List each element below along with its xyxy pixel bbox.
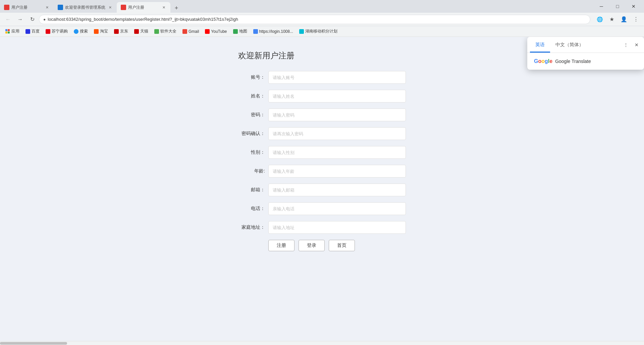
apps-icon <box>5 29 10 34</box>
tab-2-close[interactable]: ✕ <box>107 5 113 10</box>
age-input[interactable] <box>268 165 406 178</box>
tab-2[interactable]: 欢迎登录图书管理系统 ✕ <box>54 2 117 13</box>
hunan-icon <box>299 29 304 34</box>
browser-frame: 用户注册 ✕ 欢迎登录图书管理系统 ✕ 用户注册 ✕ + ─ □ ✕ <box>0 0 644 345</box>
account-input[interactable] <box>268 71 406 84</box>
name-input[interactable] <box>268 90 406 102</box>
close-button[interactable]: ✕ <box>626 1 641 12</box>
star-icon[interactable]: ★ <box>606 14 617 25</box>
minimize-button[interactable]: ─ <box>594 1 609 12</box>
register-button[interactable]: 注册 <box>268 240 294 251</box>
taobao-icon <box>94 29 99 34</box>
password-input[interactable] <box>268 109 406 121</box>
bookmark-gmail[interactable]: Gmail <box>180 28 202 35</box>
translate-header: 英语 中文（简体） ⋮ ✕ <box>527 37 644 53</box>
translate-body: Google Google Translate <box>527 53 644 70</box>
title-bar: 用户注册 ✕ 欢迎登录图书管理系统 ✕ 用户注册 ✕ + ─ □ ✕ <box>0 0 644 13</box>
form-container: 欢迎新用户注册 账号： 姓名： 密码： 密码确认 <box>0 37 644 265</box>
new-tab-button[interactable]: + <box>172 3 181 13</box>
back-button[interactable]: ← <box>3 14 13 25</box>
address-bar[interactable]: ● localhost:63342/spring_boot/demo/templ… <box>39 15 590 24</box>
translate-popup: 英语 中文（简体） ⋮ ✕ Google Google Translate <box>527 37 644 70</box>
account-label: 账号： <box>238 74 268 80</box>
youtube-label: YouTube <box>211 29 227 34</box>
translate-close-button[interactable]: ✕ <box>632 40 641 50</box>
bookmark-software[interactable]: 软件大全 <box>152 27 179 35</box>
youtube-icon <box>205 29 210 34</box>
suning-label: 苏宁易购 <box>52 28 68 34</box>
login-button[interactable]: 登录 <box>299 240 325 251</box>
google-logo: Google <box>534 58 552 64</box>
hunan-label: 湖南移动积分计划 <box>305 28 337 34</box>
name-row: 姓名： <box>238 90 406 102</box>
bookmark-taobao[interactable]: 淘宝 <box>91 27 111 35</box>
tab-3[interactable]: 用户注册 ✕ <box>117 2 170 13</box>
bookmark-jd[interactable]: 京东 <box>111 27 131 35</box>
confirm-password-input[interactable] <box>268 127 406 140</box>
profile-icon[interactable]: 👤 <box>619 14 629 25</box>
confirm-password-label: 密码确认： <box>238 131 268 137</box>
account-row: 账号： <box>238 71 406 84</box>
maps-icon <box>233 29 238 34</box>
bookmark-tianmao[interactable]: 天猫 <box>131 27 151 35</box>
bookmark-youtube[interactable]: YouTube <box>202 28 229 35</box>
baidu-label: 百度 <box>32 28 40 34</box>
bookmark-apps[interactable]: 应用 <box>3 27 22 35</box>
home-button[interactable]: 首页 <box>329 240 355 251</box>
tab-1-label: 用户注册 <box>11 5 42 10</box>
translate-tab-chinese[interactable]: 中文（简体） <box>550 37 589 53</box>
gmail-icon <box>182 29 187 34</box>
suning-icon <box>46 29 50 34</box>
login1008-icon <box>253 29 258 34</box>
nav-bar: ← → ↻ ● localhost:63342/spring_boot/demo… <box>0 13 644 26</box>
tab-1[interactable]: 用户注册 ✕ <box>0 2 54 13</box>
translate-tabs: 英语 中文（简体） <box>530 37 621 53</box>
search-bm-icon <box>74 29 78 34</box>
taobao-label: 淘宝 <box>100 28 108 34</box>
gender-label: 性别： <box>238 149 268 155</box>
email-label: 邮箱： <box>238 187 268 193</box>
tab-2-label: 欢迎登录图书管理系统 <box>65 5 105 10</box>
tab-2-favicon <box>58 5 63 10</box>
search-label: 搜索 <box>80 28 88 34</box>
address-row: 家庭地址： <box>238 221 406 234</box>
window-controls: ─ □ ✕ <box>591 1 644 12</box>
forward-button[interactable]: → <box>15 14 25 25</box>
phone-input[interactable] <box>268 202 406 215</box>
confirm-password-row: 密码确认： <box>238 127 406 140</box>
bookmark-suning[interactable]: 苏宁易购 <box>43 27 70 35</box>
maps-label: 地图 <box>239 28 247 34</box>
page-content: 欢迎新用户注册 账号： 姓名： 密码： 密码确认 <box>0 37 644 341</box>
bookmark-login1008[interactable]: https://login.1008... <box>251 28 296 35</box>
bookmarks-bar: 应用 百度 苏宁易购 搜索 淘宝 京东 天猫 软件大全 <box>0 26 644 37</box>
tabs-area: 用户注册 ✕ 欢迎登录图书管理系统 ✕ 用户注册 ✕ + <box>0 0 591 13</box>
tab-3-close[interactable]: ✕ <box>161 5 166 10</box>
email-row: 邮箱： <box>238 184 406 196</box>
address-text: localhost:63342/spring_boot/demo/templat… <box>48 17 586 22</box>
tab-1-close[interactable]: ✕ <box>44 5 50 10</box>
bookmark-maps[interactable]: 地图 <box>230 27 250 35</box>
translate-header-actions: ⋮ ✕ <box>621 40 641 50</box>
bookmark-baidu[interactable]: 百度 <box>23 27 42 35</box>
nav-right-buttons: 🌐 ★ 👤 ⋮ <box>594 14 641 25</box>
translate-more-button[interactable]: ⋮ <box>621 40 631 50</box>
tab-3-label: 用户注册 <box>128 5 159 10</box>
translate-icon[interactable]: 🌐 <box>594 14 605 25</box>
jd-label: 京东 <box>120 28 128 34</box>
lock-icon: ● <box>43 17 46 22</box>
email-input[interactable] <box>268 184 406 196</box>
gender-input[interactable] <box>268 146 406 159</box>
login1008-label: https://login.1008... <box>259 29 293 34</box>
refresh-button[interactable]: ↻ <box>27 14 38 25</box>
bookmark-search[interactable]: 搜索 <box>71 27 91 35</box>
bookmark-hunan[interactable]: 湖南移动积分计划 <box>297 27 340 35</box>
password-label: 密码： <box>238 112 268 118</box>
translate-tab-english[interactable]: 英语 <box>530 37 550 53</box>
scrollbar-thumb[interactable] <box>0 342 67 345</box>
address-input[interactable] <box>268 221 406 234</box>
maximize-button[interactable]: □ <box>610 1 625 12</box>
password-row: 密码： <box>238 109 406 121</box>
gender-row: 性别： <box>238 146 406 159</box>
menu-icon[interactable]: ⋮ <box>631 14 641 25</box>
age-label: 年龄: <box>238 168 268 174</box>
